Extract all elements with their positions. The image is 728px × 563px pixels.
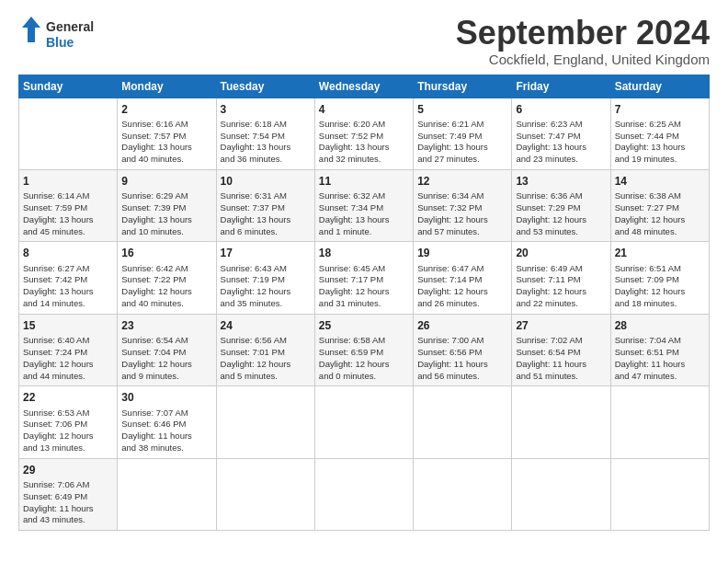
- calendar-cell: 24Sunrise: 6:56 AMSunset: 7:01 PMDayligh…: [216, 314, 314, 385]
- calendar-cell: 13Sunrise: 6:36 AMSunset: 7:29 PMDayligh…: [512, 170, 610, 242]
- day-number: 27: [516, 318, 606, 333]
- day-info: Sunset: 7:27 PM: [615, 202, 705, 214]
- day-info: Sunset: 7:42 PM: [23, 274, 113, 286]
- day-info: and 53 minutes.: [516, 226, 606, 238]
- col-tuesday: Tuesday: [216, 75, 314, 98]
- day-info: Daylight: 12 hours: [121, 286, 211, 298]
- day-info: Sunrise: 6:47 AM: [417, 263, 507, 275]
- day-info: and 27 minutes.: [417, 154, 507, 166]
- day-number: 25: [319, 318, 409, 333]
- day-info: Sunset: 7:22 PM: [121, 274, 211, 286]
- day-info: Daylight: 13 hours: [121, 214, 211, 226]
- day-info: Sunset: 7:11 PM: [516, 274, 606, 286]
- day-info: Daylight: 12 hours: [516, 214, 606, 226]
- day-info: Daylight: 12 hours: [417, 214, 507, 226]
- day-info: Daylight: 13 hours: [417, 142, 507, 154]
- calendar-cell: 7Sunrise: 6:25 AMSunset: 7:44 PMDaylight…: [610, 98, 709, 169]
- day-info: Sunset: 7:44 PM: [615, 131, 705, 143]
- calendar-cell: [512, 386, 610, 458]
- calendar-cell: 6Sunrise: 6:23 AMSunset: 7:47 PMDaylight…: [512, 98, 610, 169]
- svg-text:Blue: Blue: [46, 35, 74, 50]
- day-info: Daylight: 11 hours: [615, 359, 705, 371]
- logo-svg: General Blue: [18, 15, 101, 55]
- day-info: Daylight: 11 hours: [417, 359, 507, 371]
- col-friday: Friday: [512, 75, 610, 98]
- day-number: 19: [417, 246, 507, 260]
- day-number: 14: [615, 174, 705, 189]
- day-info: Sunset: 6:49 PM: [23, 491, 113, 503]
- day-info: Sunset: 7:24 PM: [23, 347, 113, 359]
- day-number: 3: [221, 102, 311, 117]
- day-info: and 19 minutes.: [615, 154, 705, 166]
- calendar-cell: 27Sunrise: 7:02 AMSunset: 6:54 PMDayligh…: [512, 314, 610, 385]
- day-info: Daylight: 12 hours: [121, 359, 211, 371]
- day-info: and 51 minutes.: [516, 371, 606, 383]
- day-info: Sunrise: 7:07 AM: [121, 408, 211, 419]
- day-info: Sunset: 7:59 PM: [23, 202, 113, 214]
- calendar-cell: 21Sunrise: 6:51 AMSunset: 7:09 PMDayligh…: [610, 242, 709, 314]
- day-info: and 38 minutes.: [121, 442, 211, 454]
- day-number: 16: [121, 246, 211, 260]
- calendar-cell: [216, 458, 314, 530]
- day-info: Sunset: 7:01 PM: [221, 347, 311, 359]
- day-info: Sunrise: 6:51 AM: [615, 263, 705, 275]
- calendar-cell: 15Sunrise: 6:40 AMSunset: 7:24 PMDayligh…: [19, 314, 118, 385]
- day-number: 26: [417, 318, 507, 333]
- day-info: and 18 minutes.: [615, 298, 705, 310]
- day-info: and 10 minutes.: [121, 226, 211, 238]
- day-info: Sunset: 6:59 PM: [319, 347, 409, 359]
- calendar-cell: 23Sunrise: 6:54 AMSunset: 7:04 PMDayligh…: [118, 314, 216, 385]
- day-info: and 1 minute.: [319, 226, 409, 238]
- calendar-cell: 29Sunrise: 7:06 AMSunset: 6:49 PMDayligh…: [19, 458, 118, 530]
- day-info: Sunrise: 6:40 AM: [23, 335, 113, 347]
- day-info: Sunset: 7:49 PM: [417, 131, 507, 143]
- day-info: and 48 minutes.: [615, 226, 705, 238]
- day-info: Sunrise: 7:06 AM: [23, 479, 113, 491]
- calendar-cell: [118, 458, 216, 530]
- day-number: 11: [319, 174, 409, 189]
- calendar-cell: 1Sunrise: 6:14 AMSunset: 7:59 PMDaylight…: [19, 170, 118, 242]
- day-info: Daylight: 12 hours: [516, 286, 606, 298]
- calendar-cell: 22Sunrise: 6:53 AMSunset: 7:06 PMDayligh…: [19, 386, 118, 458]
- calendar-cell: [512, 458, 610, 530]
- day-info: Daylight: 11 hours: [516, 359, 606, 371]
- day-info: Sunrise: 6:23 AM: [516, 119, 606, 131]
- location-title: Cockfield, England, United Kingdom: [456, 52, 710, 67]
- day-info: and 14 minutes.: [23, 298, 113, 310]
- day-info: Daylight: 12 hours: [615, 286, 705, 298]
- day-info: and 9 minutes.: [121, 371, 211, 383]
- day-info: Sunset: 7:57 PM: [121, 131, 211, 143]
- day-info: Sunrise: 6:38 AM: [615, 190, 705, 202]
- calendar-cell: 9Sunrise: 6:29 AMSunset: 7:39 PMDaylight…: [118, 170, 216, 242]
- day-info: Daylight: 12 hours: [23, 359, 113, 371]
- day-info: and 5 minutes.: [221, 371, 311, 383]
- calendar-cell: [19, 98, 118, 169]
- day-number: 10: [221, 174, 311, 189]
- day-number: 5: [417, 102, 507, 117]
- day-info: Daylight: 13 hours: [23, 286, 113, 298]
- calendar-cell: [414, 458, 512, 530]
- day-info: Daylight: 12 hours: [221, 286, 311, 298]
- day-number: 8: [23, 246, 113, 260]
- calendar-cell: [610, 386, 709, 458]
- day-info: Sunset: 6:54 PM: [516, 347, 606, 359]
- day-info: Sunrise: 7:00 AM: [417, 335, 507, 347]
- calendar-cell: 11Sunrise: 6:32 AMSunset: 7:34 PMDayligh…: [314, 170, 413, 242]
- day-info: and 56 minutes.: [417, 371, 507, 383]
- day-info: Daylight: 12 hours: [615, 214, 705, 226]
- calendar-week-4: 22Sunrise: 6:53 AMSunset: 7:06 PMDayligh…: [19, 386, 710, 458]
- day-info: Sunrise: 6:58 AM: [319, 335, 409, 347]
- calendar-table: Sunday Monday Tuesday Wednesday Thursday…: [18, 75, 710, 532]
- calendar-cell: 25Sunrise: 6:58 AMSunset: 6:59 PMDayligh…: [314, 314, 413, 385]
- day-info: and 44 minutes.: [23, 371, 113, 383]
- day-number: 23: [121, 318, 211, 333]
- day-info: Daylight: 12 hours: [417, 286, 507, 298]
- day-info: Sunset: 7:32 PM: [417, 202, 507, 214]
- day-info: and 40 minutes.: [121, 154, 211, 166]
- day-number: 4: [319, 102, 409, 117]
- calendar-week-5: 29Sunrise: 7:06 AMSunset: 6:49 PMDayligh…: [19, 458, 710, 530]
- day-info: and 31 minutes.: [319, 298, 409, 310]
- day-info: Sunrise: 6:16 AM: [121, 119, 211, 131]
- day-info: Sunset: 7:17 PM: [319, 274, 409, 286]
- calendar-cell: 4Sunrise: 6:20 AMSunset: 7:52 PMDaylight…: [314, 98, 413, 169]
